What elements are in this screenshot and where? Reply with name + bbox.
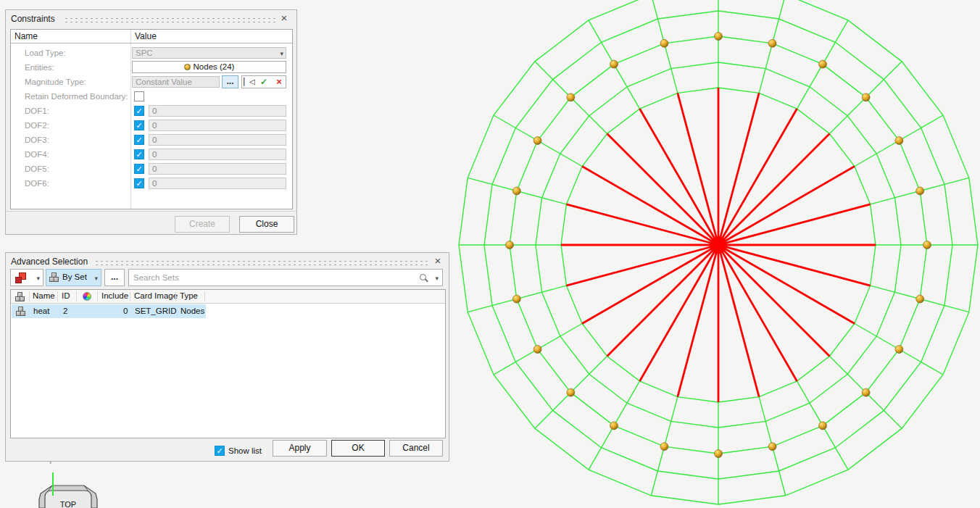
retain-boundary-label: Retain Deformed Boundary: [25, 92, 128, 101]
dof3-input[interactable] [149, 134, 286, 146]
dof3-checkbox[interactable] [134, 135, 144, 145]
property-table-header: Name Value [11, 30, 292, 43]
retain-boundary-row: Retain Deformed Boundary: [11, 89, 292, 104]
search-input[interactable] [132, 271, 415, 284]
dof6-input[interactable] [149, 178, 286, 189]
dof5-checkbox[interactable] [134, 164, 144, 174]
magnitude-more-button[interactable]: ... [222, 75, 238, 88]
dof1-input[interactable] [149, 105, 286, 117]
advanced-selection-title: Advanced Selection [11, 257, 88, 267]
dof4-row: DOF4: [11, 147, 292, 162]
dof2-input[interactable] [149, 120, 286, 131]
load-type-row: Load Type: SPC [11, 46, 292, 60]
entities-label: Entities: [25, 63, 54, 72]
ok-button[interactable]: OK [331, 440, 385, 457]
select-by-value: By Set [62, 272, 87, 281]
dof2-checkbox[interactable] [134, 120, 144, 130]
select-by-combo[interactable]: By Set [46, 269, 101, 286]
load-type-label: Load Type: [25, 49, 66, 57]
dof1-checkbox[interactable] [134, 106, 144, 116]
node-icon [184, 64, 191, 70]
reset-icon[interactable] [242, 76, 257, 88]
advanced-selection-dialog: Advanced Selection × By Set ... Name ID [5, 252, 449, 462]
dof5-label: DOF5: [25, 165, 49, 173]
cancel-x-icon[interactable] [272, 76, 286, 88]
dof6-row: DOF6: [11, 176, 292, 191]
load-type-value: SPC [136, 49, 153, 57]
dof6-label: DOF6: [25, 179, 49, 188]
magnitude-type-label: Magnitude Type: [25, 78, 86, 86]
close-icon[interactable]: × [431, 254, 444, 267]
sets-list-header: Name ID Include Card Image Type [11, 290, 445, 304]
magnitude-type-row: Magnitude Type: Constant Value ... [11, 75, 292, 89]
header-name[interactable]: Name [33, 291, 55, 300]
application-viewport: Constraints × Name Value Load Type: SPC … [0, 0, 980, 508]
pick-mode-button[interactable] [10, 269, 43, 286]
cancel-button[interactable]: Cancel [389, 440, 443, 457]
constraints-footer: Create Close [6, 211, 296, 235]
advanced-selection-titlebar: Advanced Selection × [6, 253, 449, 270]
magnitude-type-value: Constant Value [136, 78, 192, 86]
row-id: 2 [63, 307, 67, 315]
chevron-down-icon [94, 272, 98, 283]
dof3-row: DOF3: [11, 133, 292, 147]
pick-entities-icon [15, 272, 27, 284]
row-include: 0 [123, 307, 128, 315]
dof4-input[interactable] [149, 149, 286, 160]
constraints-dialog: Constraints × Name Value Load Type: SPC … [5, 9, 297, 235]
set-group-icon [16, 307, 26, 317]
dof5-row: DOF5: [11, 162, 292, 176]
constraints-titlebar: Constraints × [6, 10, 296, 28]
set-group-icon[interactable] [15, 292, 25, 302]
dof5-input[interactable] [149, 163, 286, 175]
constraints-title: Constraints [11, 14, 55, 24]
search-box [128, 269, 443, 286]
retain-boundary-checkbox[interactable] [134, 91, 144, 101]
close-button[interactable]: Close [239, 216, 294, 233]
load-type-combo[interactable]: SPC [132, 47, 286, 59]
set-group-icon [49, 272, 59, 283]
more-options-button[interactable]: ... [104, 269, 125, 286]
search-icon[interactable] [420, 274, 426, 280]
view-cube-face-label: TOP [60, 500, 76, 508]
dof2-label: DOF2: [25, 121, 49, 130]
dof3-label: DOF3: [25, 136, 49, 144]
row-type: Nodes [180, 307, 204, 315]
header-value: Value [135, 31, 157, 41]
show-list-label: Show list [228, 446, 262, 455]
dof2-row: DOF2: [11, 118, 292, 133]
header-id[interactable]: ID [62, 291, 70, 300]
chevron-down-icon [36, 272, 40, 283]
apply-button[interactable]: Apply [273, 440, 327, 457]
entities-button[interactable]: Nodes (24) [132, 61, 286, 73]
header-card-image[interactable]: Card Image [134, 291, 178, 300]
constraints-property-table: Name Value Load Type: SPC Entities: Node… [10, 29, 293, 209]
magnitude-action-group [241, 75, 286, 88]
y-axis-line [52, 472, 54, 496]
dof1-row: DOF1: [11, 104, 292, 118]
header-include[interactable]: Include [101, 291, 128, 300]
dof1-label: DOF1: [25, 107, 49, 115]
dof6-checkbox[interactable] [134, 178, 144, 188]
confirm-check-icon[interactable] [257, 76, 271, 88]
row-card-image: SET_GRID [135, 307, 177, 315]
row-name: heat [33, 307, 49, 315]
dof4-checkbox[interactable] [134, 149, 144, 159]
magnitude-type-field[interactable]: Constant Value [132, 76, 220, 88]
drag-handle-icon[interactable] [94, 259, 429, 266]
close-icon[interactable]: × [278, 12, 291, 25]
view-orientation-cube[interactable]: TOP [38, 483, 99, 508]
entities-value: Nodes (24) [194, 62, 235, 71]
show-list-checkbox[interactable] [215, 446, 225, 456]
chevron-down-icon[interactable] [435, 272, 439, 283]
header-name: Name [14, 31, 38, 41]
entities-row: Entities: Nodes (24) [11, 60, 292, 75]
sets-list: Name ID Include Card Image Type heat 2 0 [10, 289, 446, 438]
color-wheel-icon[interactable] [83, 292, 91, 301]
drag-handle-icon[interactable] [64, 17, 275, 23]
table-row[interactable]: heat 2 0 SET_GRID Nodes [12, 304, 206, 318]
dof4-label: DOF4: [25, 150, 49, 159]
chevron-down-icon [280, 48, 283, 59]
header-type[interactable]: Type [180, 291, 198, 300]
create-button[interactable]: Create [175, 216, 230, 233]
